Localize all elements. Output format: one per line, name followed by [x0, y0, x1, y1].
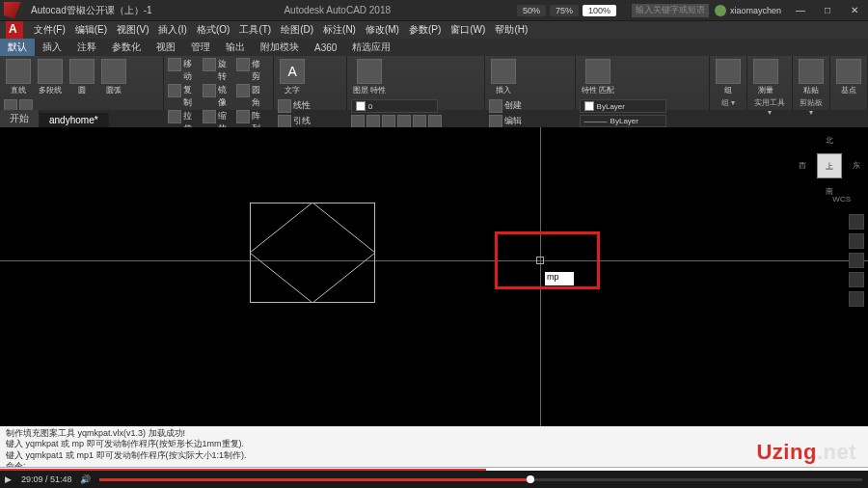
- block-create-icon[interactable]: [489, 99, 502, 113]
- zoom-75[interactable]: 75%: [550, 5, 579, 16]
- volume-icon[interactable]: 🔊: [78, 474, 94, 484]
- move-icon[interactable]: [168, 58, 181, 71]
- ribbon-tab-annotate[interactable]: 注释: [69, 39, 104, 56]
- scale-icon[interactable]: [203, 110, 216, 123]
- layer-tool-6-icon[interactable]: [428, 115, 442, 128]
- trim-icon[interactable]: [236, 58, 250, 71]
- rotate-icon[interactable]: [203, 58, 216, 71]
- tool-block-edit[interactable]: 编辑: [504, 115, 522, 128]
- tool-circle[interactable]: 圆: [68, 58, 96, 96]
- menu-help[interactable]: 帮助(H): [490, 23, 532, 37]
- leader-icon[interactable]: [278, 115, 291, 128]
- window-maximize-button[interactable]: □: [814, 1, 841, 20]
- viewcube-east[interactable]: 东: [853, 160, 860, 171]
- menu-edit[interactable]: 编辑(E): [70, 23, 112, 37]
- video-time: 29:09 / 51:48: [15, 474, 78, 484]
- color-dropdown[interactable]: ByLayer: [580, 99, 666, 113]
- ribbon-tab-manage[interactable]: 管理: [183, 39, 218, 56]
- layer-tool-1-icon[interactable]: [351, 115, 365, 128]
- tool-copy[interactable]: 复制: [183, 84, 201, 109]
- layer-tool-3-icon[interactable]: [382, 115, 395, 128]
- lineweight-dropdown[interactable]: ———ByLayer: [580, 115, 666, 127]
- panel-clipboard: 粘贴 剪贴板 ▾: [793, 56, 830, 110]
- ribbon-tab-insert[interactable]: 插入: [35, 39, 69, 56]
- stretch-icon[interactable]: [168, 110, 181, 123]
- panel-group-label[interactable]: 组 ▾: [714, 96, 743, 108]
- menu-format[interactable]: 格式(O): [192, 23, 234, 37]
- block-edit-icon[interactable]: [489, 115, 502, 128]
- tool-dim-linear[interactable]: 线性: [293, 99, 311, 113]
- tool-paste[interactable]: 粘贴: [797, 58, 826, 96]
- layer-tool-2-icon[interactable]: [366, 115, 380, 128]
- viewcube[interactable]: 北 南 东 西 上: [800, 137, 858, 195]
- tool-leader[interactable]: 引线: [293, 115, 311, 128]
- ribbon-tab-output[interactable]: 输出: [218, 39, 253, 56]
- video-seek-knob[interactable]: [527, 475, 534, 483]
- menu-file[interactable]: 文件(F): [29, 23, 70, 37]
- menu-view[interactable]: 视图(V): [112, 23, 153, 37]
- app-menu-icon[interactable]: [6, 21, 23, 39]
- viewcube-north[interactable]: 北: [826, 135, 833, 146]
- ribbon-tab-a360[interactable]: A360: [307, 41, 344, 55]
- tool-measure[interactable]: 测量: [751, 58, 780, 96]
- window-close-button[interactable]: ✕: [841, 1, 868, 20]
- window-minimize-button[interactable]: —: [787, 1, 814, 20]
- nav-wheel-icon[interactable]: [849, 214, 864, 230]
- tool-fillet[interactable]: 圆角: [252, 84, 269, 109]
- array-icon[interactable]: [236, 110, 250, 123]
- user-account[interactable]: xiaomaychen: [715, 5, 781, 16]
- ribbon-tab-featured[interactable]: 精选应用: [344, 39, 398, 56]
- tool-line[interactable]: 直线: [4, 58, 33, 96]
- zoom-50[interactable]: 50%: [517, 5, 546, 16]
- tool-layer-props[interactable]: 图层 特性: [351, 58, 388, 96]
- tool-block-insert[interactable]: 插入: [489, 58, 518, 96]
- layer-tool-4-icon[interactable]: [397, 115, 411, 128]
- dim-linear-icon[interactable]: [278, 99, 291, 113]
- menu-param[interactable]: 参数(P): [404, 23, 446, 37]
- menu-modify[interactable]: 修改(M): [361, 23, 404, 37]
- layer-dropdown[interactable]: 0: [351, 99, 438, 113]
- viewcube-west[interactable]: 西: [799, 160, 806, 171]
- drawing-canvas[interactable]: mp 北 南 东 西 上 WCS: [0, 127, 868, 426]
- tool-match-props[interactable]: 特性 匹配: [580, 58, 616, 96]
- fillet-icon[interactable]: [236, 84, 250, 97]
- tool-move[interactable]: 移动: [183, 58, 201, 83]
- nav-orbit-icon[interactable]: [849, 272, 864, 287]
- panel-clipboard-label[interactable]: 剪贴板 ▾: [797, 96, 826, 117]
- menu-draw[interactable]: 绘图(D): [276, 23, 318, 37]
- nav-showmotion-icon[interactable]: [849, 291, 864, 307]
- nav-zoom-icon[interactable]: [849, 253, 864, 268]
- panel-utilities-label[interactable]: 实用工具 ▾: [751, 96, 788, 117]
- tool-polyline[interactable]: 多段线: [36, 58, 65, 96]
- video-seekbar[interactable]: [99, 478, 862, 481]
- layer-tool-5-icon[interactable]: [413, 115, 426, 128]
- menu-tools[interactable]: 工具(T): [234, 23, 276, 37]
- tool-mirror[interactable]: 镜像: [218, 84, 235, 109]
- menu-window[interactable]: 窗口(W): [446, 23, 490, 37]
- viewcube-face[interactable]: 上: [817, 153, 842, 178]
- ribbon-tab-default[interactable]: 默认: [0, 39, 35, 56]
- wcs-label[interactable]: WCS: [832, 195, 851, 203]
- tool-arc[interactable]: 圆弧: [99, 58, 128, 96]
- mirror-icon[interactable]: [203, 84, 216, 97]
- zoom-100[interactable]: 100%: [583, 5, 616, 16]
- tool-rotate[interactable]: 旋转: [218, 58, 235, 83]
- file-tab-drawing[interactable]: andyhome*: [40, 113, 109, 127]
- tool-group[interactable]: 组: [714, 58, 743, 96]
- menu-insert[interactable]: 插入(I): [153, 23, 191, 37]
- copy-icon[interactable]: [168, 84, 181, 97]
- ribbon-tab-view[interactable]: 视图: [149, 39, 183, 56]
- panel-block: 插入 创建 编辑 编辑属性 块 ▾: [485, 56, 575, 110]
- dynamic-input[interactable]: mp: [545, 272, 574, 285]
- tool-text[interactable]: A文字: [278, 58, 307, 96]
- tool-trim[interactable]: 修剪: [252, 58, 269, 83]
- ribbon-tab-param[interactable]: 参数化: [104, 39, 149, 56]
- file-tab-start[interactable]: 开始: [0, 110, 40, 127]
- menu-dimension[interactable]: 标注(N): [318, 23, 361, 37]
- help-search-input[interactable]: 输入关键字或短语: [632, 4, 709, 17]
- ribbon-tab-addin[interactable]: 附加模块: [253, 39, 307, 56]
- play-button[interactable]: ▶: [0, 474, 15, 484]
- tool-block-create[interactable]: 创建: [504, 99, 522, 113]
- nav-pan-icon[interactable]: [849, 233, 864, 249]
- tool-basepoint[interactable]: 基点: [834, 58, 863, 96]
